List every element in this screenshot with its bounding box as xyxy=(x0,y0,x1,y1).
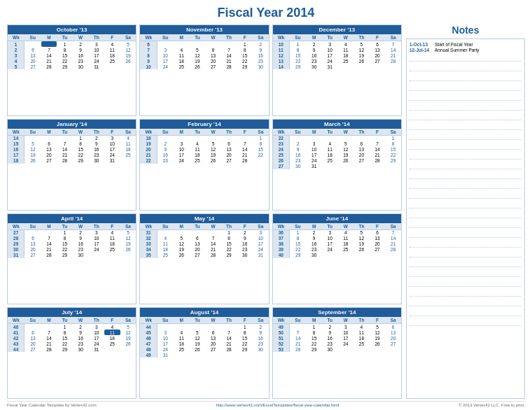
calendar-cell: 5 xyxy=(190,47,206,52)
calendar-cell: 2 xyxy=(73,229,89,236)
calendar-cell: 17 xyxy=(174,153,190,158)
calendar-cell: 20 xyxy=(24,247,41,253)
calendar-cell: 12 xyxy=(273,52,290,58)
calendar-cell: 8 xyxy=(221,236,237,241)
calendar-cell: 3 xyxy=(322,41,338,48)
calendar-cell xyxy=(190,229,206,236)
calendar-cell: 20 xyxy=(370,52,386,58)
calendar-cell: 27 xyxy=(221,158,237,164)
calendar-cell: 9 xyxy=(88,141,104,147)
calendar-cell: 2 xyxy=(8,47,24,52)
calendar-cell: 3 xyxy=(88,324,104,330)
calendar-cell: 29 xyxy=(73,158,89,164)
calendar-cell xyxy=(57,135,73,141)
calendar-cell: 24 xyxy=(88,247,104,253)
month-header: October '13 xyxy=(8,25,136,34)
calendar-cell: 6 xyxy=(205,47,221,52)
calendar-cell: 30 xyxy=(253,64,269,69)
footer-left: Fiscal Year Calendar Template by Vertex4… xyxy=(7,403,97,407)
calendar-cell: 8 xyxy=(385,141,401,147)
notes-box: 1-Oct-13Start of Fiscal Year12-Jul-14Ann… xyxy=(406,38,525,399)
calendar-cell: 27 xyxy=(205,346,221,352)
month-table: WkSuMTuWThFSa441245345678946101112131415… xyxy=(140,317,268,358)
calendar-cell: 29 xyxy=(290,64,307,69)
calendar-cell: 28 xyxy=(237,158,253,164)
calendar-cell xyxy=(120,346,136,352)
calendar-cell: 12 xyxy=(205,147,221,153)
calendar-row: October '13WkSuMTuWThFSa1123452678910111… xyxy=(7,24,402,116)
calendar-cell: 8 xyxy=(57,236,73,241)
calendar-cell: 31 xyxy=(322,64,338,69)
note-date: 1-Oct-13 xyxy=(410,42,432,47)
calendar-cell: 5 xyxy=(8,64,24,69)
calendar-cell: 8 xyxy=(73,141,89,147)
calendar-cell: 31 xyxy=(88,346,104,352)
calendar-cell: 15 xyxy=(8,141,24,147)
calendar-cell: 19 xyxy=(354,241,370,247)
calendar-cell: 21 xyxy=(205,247,221,253)
month-table: WkSuMTuWThFSa401234541678910111242131415… xyxy=(8,317,136,352)
calendar-cell: 5 xyxy=(120,324,136,330)
calendar-cell xyxy=(370,135,386,141)
calendar-cell: 27 xyxy=(205,64,221,69)
calendar-cell: 3 xyxy=(104,135,120,141)
calendar-cell: 10 xyxy=(88,236,104,241)
calendar-cell xyxy=(24,135,41,141)
month-header: May '14 xyxy=(140,214,268,223)
calendar-cell: 4 xyxy=(190,141,206,147)
calendar-cell: 4 xyxy=(174,330,190,335)
calendar-cell: 28 xyxy=(221,64,237,69)
calendar-cell xyxy=(174,229,190,236)
calendar-cell: 19 xyxy=(354,52,370,58)
calendar-cell: 20 xyxy=(221,153,237,158)
calendar-cell xyxy=(205,229,221,236)
calendar-cell: 6 xyxy=(354,141,370,147)
footer: Fiscal Year Calendar Template by Vertex4… xyxy=(7,401,525,407)
calendar-cell: 10 xyxy=(306,147,322,153)
calendar-cell: 13 xyxy=(370,236,386,241)
calendar-cell: 31 xyxy=(140,229,157,236)
calendar-cell: 27 xyxy=(8,229,24,236)
calendar-cell: 7 xyxy=(140,47,157,52)
footer-link[interactable]: http://www.vertex42.com/ExcelTemplates/f… xyxy=(216,403,340,407)
calendar-cell: 28 xyxy=(205,253,221,258)
calendar-cell: 23 xyxy=(306,58,322,64)
calendar-cell: 12 xyxy=(190,52,206,58)
calendar-cell: 9 xyxy=(73,330,89,335)
month-header: June '14 xyxy=(273,214,401,223)
calendar-cell xyxy=(370,64,386,69)
calendar-cell: 7 xyxy=(370,141,386,147)
calendar-cell: 3 xyxy=(174,141,190,147)
calendar-cell: 13 xyxy=(273,58,290,64)
calendar-cell xyxy=(190,41,206,48)
month-header: July '14 xyxy=(8,308,136,317)
calendar-cell xyxy=(24,229,41,236)
month-block: July '14WkSuMTuWThFSa4012345416789101112… xyxy=(7,307,136,399)
calendar-cell: 5 xyxy=(205,141,221,147)
calendar-cell: 29 xyxy=(57,346,73,352)
calendar-cell: 29 xyxy=(237,64,253,69)
note-line xyxy=(410,211,522,218)
calendar-cell: 12 xyxy=(354,236,370,241)
calendar-cell: 6 xyxy=(370,229,386,236)
calendar-cell: 23 xyxy=(273,141,290,147)
calendar-cell: 18 xyxy=(338,241,354,247)
calendar-cell: 30 xyxy=(237,253,253,258)
calendar-cell: 23 xyxy=(73,341,89,346)
calendar-cell: 8 xyxy=(57,47,73,52)
calendar-cell: 13 xyxy=(24,52,41,58)
calendar-cell xyxy=(120,158,136,164)
calendar-cell: 19 xyxy=(120,241,136,247)
note-line xyxy=(410,290,522,297)
calendar-cell: 44 xyxy=(140,324,157,330)
calendar-cell: 52 xyxy=(273,341,290,346)
calendar-cell xyxy=(370,164,386,169)
calendar-cell: 35 xyxy=(140,253,157,258)
calendar-cell: 22 xyxy=(290,58,307,64)
calendar-cell: 14 xyxy=(290,335,307,341)
calendar-cell: 10 xyxy=(322,236,338,241)
calendar-cell xyxy=(385,64,401,69)
calendar-cell: 19 xyxy=(190,341,206,346)
note-line xyxy=(410,64,522,71)
calendar-cell: 14 xyxy=(221,335,237,341)
